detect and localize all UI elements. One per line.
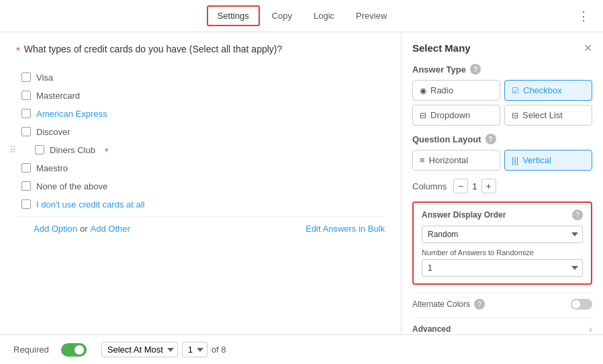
columns-plus-button[interactable]: +	[481, 179, 496, 193]
question-layout-help-icon[interactable]: ?	[485, 134, 496, 144]
checkbox-icon: ☑	[512, 86, 519, 95]
horizontal-label: Horizontal	[429, 155, 469, 165]
advanced-label: Advanced	[412, 324, 451, 334]
question-layout-text: Question Layout	[412, 134, 481, 144]
option-checkbox-3[interactable]	[21, 109, 31, 118]
ado-sublabel: Number of Answers to Randomize	[422, 248, 583, 257]
edit-bulk-link[interactable]: Edit Answers in Bulk	[306, 224, 385, 234]
vertical-icon: |||	[512, 155, 518, 165]
layout-buttons: ≡ Horizontal ||| Vertical	[412, 150, 592, 171]
ado-title: Answer Display Order	[422, 210, 506, 220]
list-item: Mastercard	[21, 87, 385, 105]
option-label-5: Diners Club	[50, 145, 95, 155]
add-option-links: Add Option or Add Other	[34, 224, 130, 234]
list-item: I don't use credit cards at all	[21, 195, 385, 214]
left-panel: * What types of credit cards do you have…	[0, 32, 402, 334]
add-other-link[interactable]: Add Other	[91, 224, 130, 234]
option-checkbox-8[interactable]	[21, 199, 31, 209]
option-label-4: Discover	[36, 127, 71, 137]
or-text: or	[80, 224, 88, 234]
ado-randomize-select[interactable]: 1 2 3 4	[422, 259, 583, 277]
close-button[interactable]: ✕	[584, 42, 592, 54]
option-label-7: None of the above	[36, 181, 107, 191]
checkbox-button[interactable]: ☑ Checkbox	[504, 80, 592, 101]
right-panel: Select Many ✕ Answer Type ? ◉ Radio ☑ Ch…	[402, 32, 603, 334]
dropdown-label: Dropdown	[430, 110, 470, 120]
option-checkbox-1[interactable]	[21, 73, 31, 82]
radio-button[interactable]: ◉ Radio	[412, 80, 500, 101]
option-checkbox-6[interactable]	[21, 163, 31, 173]
advanced-row[interactable]: Advanced ›	[412, 318, 592, 334]
list-item: Maestro	[21, 159, 385, 177]
col-controls: − 1 +	[453, 179, 496, 193]
alternate-colors-help-icon[interactable]: ?	[474, 299, 485, 310]
answer-type-buttons: ◉ Radio ☑ Checkbox ⊟ Dropdown ⊟ Select L…	[412, 80, 592, 126]
top-nav: Settings Copy Logic Preview ⋮	[0, 0, 603, 32]
dropdown-icon: ⊟	[420, 111, 426, 120]
list-item: Discover	[21, 123, 385, 141]
dropdown-arrow-icon[interactable]: ▾	[105, 146, 109, 154]
ado-help-icon[interactable]: ?	[572, 210, 583, 220]
toggle-track	[61, 343, 87, 357]
toggle-thumb	[572, 300, 580, 308]
alternate-colors-row: Alternate Colors ?	[412, 293, 592, 315]
drag-handle-icon[interactable]: ⠿	[9, 144, 16, 155]
checkbox-label: Checkbox	[523, 85, 562, 95]
copy-tab[interactable]: Copy	[263, 7, 302, 25]
panel-title: Select Many	[412, 42, 471, 54]
question-layout-section: Question Layout ? ≡ Horizontal ||| Verti…	[412, 134, 592, 171]
alternate-colors-label: Alternate Colors	[412, 300, 470, 309]
option-label-2: Mastercard	[36, 91, 80, 101]
option-checkbox-7[interactable]	[21, 181, 31, 191]
options-list: Visa Mastercard American Express Discove…	[16, 69, 385, 214]
answer-type-help-icon[interactable]: ?	[470, 64, 481, 75]
vertical-button[interactable]: ||| Vertical	[504, 150, 592, 171]
logic-tab[interactable]: Logic	[304, 7, 344, 25]
columns-row: Columns − 1 +	[412, 179, 592, 193]
list-item: ⠿ Diners Club ▾	[21, 141, 385, 159]
option-label-3: American Express	[36, 109, 107, 119]
list-item: Visa	[21, 69, 385, 87]
answer-type-label: Answer Type ?	[412, 64, 592, 75]
radio-label: Radio	[430, 85, 453, 95]
columns-minus-button[interactable]: −	[453, 179, 468, 193]
add-option-link[interactable]: Add Option	[34, 224, 77, 234]
answer-type-text: Answer Type	[412, 64, 466, 75]
list-item: None of the above	[21, 177, 385, 195]
bottom-bar: Required Select At Most 1 2 3 of 8	[0, 334, 603, 364]
toggle-thumb	[75, 345, 84, 355]
alternate-colors-toggle[interactable]	[571, 299, 592, 310]
question-text: What types of credit cards do you have (…	[24, 43, 282, 56]
settings-tab[interactable]: Settings	[207, 5, 260, 26]
of-label: of 8	[212, 345, 226, 355]
select-list-label: Select List	[522, 110, 563, 120]
required-label: Required	[13, 345, 49, 355]
question-layout-label: Question Layout ?	[412, 134, 592, 144]
question-title: * What types of credit cards do you have…	[16, 43, 385, 56]
chevron-right-icon: ›	[589, 324, 592, 334]
option-checkbox-2[interactable]	[21, 91, 31, 100]
ado-order-select[interactable]: Random Default Alphabetical	[422, 226, 583, 243]
option-label-8: I don't use credit cards at all	[36, 199, 144, 210]
option-checkbox-4[interactable]	[21, 127, 31, 136]
horizontal-button[interactable]: ≡ Horizontal	[412, 150, 500, 171]
panel-header: Select Many ✕	[412, 42, 592, 54]
option-checkbox-5[interactable]	[35, 145, 44, 154]
list-item: American Express	[21, 105, 385, 123]
ado-header: Answer Display Order ?	[422, 210, 583, 220]
preview-tab[interactable]: Preview	[346, 7, 396, 25]
select-count-dropdown[interactable]: 1 2 3	[182, 342, 207, 357]
select-at-most-control: Select At Most 1 2 3 of 8	[101, 342, 226, 357]
vertical-label: Vertical	[522, 155, 551, 165]
dropdown-button[interactable]: ⊟ Dropdown	[412, 105, 500, 126]
required-star: *	[16, 44, 20, 56]
required-toggle[interactable]	[61, 343, 87, 357]
columns-value: 1	[472, 181, 477, 191]
select-at-most-dropdown[interactable]: Select At Most	[101, 342, 178, 357]
horizontal-icon: ≡	[420, 155, 425, 165]
select-list-button[interactable]: ⊟ Select List	[504, 105, 592, 126]
radio-icon: ◉	[420, 86, 426, 95]
option-label-1: Visa	[36, 73, 53, 83]
answer-display-order-box: Answer Display Order ? Random Default Al…	[412, 201, 592, 285]
more-options-icon[interactable]: ⋮	[577, 9, 590, 24]
